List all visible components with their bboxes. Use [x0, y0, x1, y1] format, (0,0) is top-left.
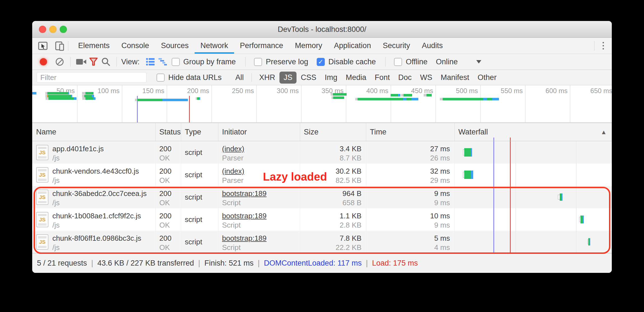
initiator-link[interactable]: bootstrap:189	[222, 189, 267, 198]
overview-tick-label: 650 ms	[570, 87, 612, 95]
initiator-link[interactable]: (index)	[222, 167, 244, 176]
throttling-select[interactable]: Online	[436, 58, 481, 66]
tab-console[interactable]: Console	[116, 38, 155, 54]
request-path: /js	[52, 198, 60, 207]
tab-audits[interactable]: Audits	[416, 38, 449, 54]
tab-elements[interactable]: Elements	[72, 38, 116, 54]
request-type-css[interactable]: CSS	[297, 72, 321, 84]
request-path: /js	[52, 221, 60, 230]
close-window-button[interactable]	[39, 26, 46, 33]
initiator-link[interactable]: bootstrap:189	[222, 234, 267, 243]
zoom-window-button[interactable]	[60, 26, 67, 33]
request-type-ws[interactable]: WS	[416, 72, 437, 84]
column-divider[interactable]	[366, 123, 366, 141]
overview-tick-label: 500 ms	[436, 87, 478, 95]
screenshot-camera-icon[interactable]	[75, 56, 87, 68]
search-icon[interactable]	[100, 56, 112, 68]
filter-funnel-icon[interactable]	[87, 56, 100, 68]
request-path: /js	[52, 154, 60, 162]
toggle-disable-cache[interactable]: ✓Disable cache	[317, 58, 376, 66]
overview-request-bar	[199, 97, 200, 100]
request-row-chunk-8f06ff1e.0986bc3c.js[interactable]: JSchunk-8f06ff1e.0986bc3c.js/js200OKscri…	[32, 231, 612, 253]
request-type-img[interactable]: Img	[321, 72, 342, 84]
status-text: OK	[159, 198, 170, 207]
list-view-icon[interactable]	[144, 56, 157, 68]
column-header-waterfall[interactable]: Waterfall	[454, 123, 488, 141]
status-text: OK	[159, 221, 170, 230]
column-header-time[interactable]: Time	[366, 123, 386, 141]
toggle-offline[interactable]: Offline	[394, 58, 428, 66]
request-row-chunk-vendors.4e43ccf0.js[interactable]: JSchunk-vendors.4e43ccf0.js/js200OKscrip…	[32, 164, 612, 186]
request-type-manifest[interactable]: Manifest	[437, 72, 473, 84]
checkbox[interactable]	[394, 58, 402, 66]
minimize-window-button[interactable]	[49, 26, 57, 33]
request-type-filters: AllXHRJSCSSImgMediaFontDocWSManifestOthe…	[231, 72, 501, 84]
checkbox[interactable]	[172, 58, 180, 66]
column-header-initiator[interactable]: Initiator	[218, 123, 247, 141]
request-type-js[interactable]: JS	[279, 72, 297, 84]
checkbox[interactable]	[254, 58, 262, 66]
devtools-tab-bar: ElementsConsoleSourcesNetworkPerformance…	[32, 38, 612, 54]
waterfall-view-icon[interactable]	[157, 56, 169, 68]
column-divider[interactable]	[300, 123, 300, 141]
request-row-app.d401fe1c.js[interactable]: JSapp.d401fe1c.js/js200OKscript(index)Pa…	[32, 141, 612, 164]
inspect-element-icon[interactable]	[37, 40, 49, 52]
initiator-type: Script	[222, 198, 241, 207]
throttling-value: Online	[436, 58, 458, 66]
status-code: 200	[159, 189, 171, 198]
overview-request-bar	[440, 98, 443, 100]
initiator-link[interactable]: bootstrap:189	[222, 212, 267, 220]
hide-data-urls-checkbox[interactable]	[157, 74, 165, 82]
tab-security[interactable]: Security	[377, 38, 416, 54]
device-toolbar-icon[interactable]	[53, 40, 66, 52]
request-type-media[interactable]: Media	[342, 72, 371, 84]
request-type-all[interactable]: All	[231, 72, 248, 84]
kebab-menu-icon[interactable]	[598, 41, 608, 51]
toggle-group-by-frame[interactable]: Group by frame	[172, 58, 236, 66]
summary-item: 5 / 21 requests	[37, 259, 87, 268]
column-divider[interactable]	[218, 123, 218, 141]
request-type-doc[interactable]: Doc	[394, 72, 416, 84]
request-path: /js	[52, 243, 60, 252]
record-icon[interactable]	[37, 56, 50, 68]
waterfall-bar-blue	[589, 238, 590, 245]
column-header-status[interactable]: Status	[155, 123, 181, 141]
initiator-link[interactable]: (index)	[222, 145, 244, 153]
tab-memory[interactable]: Memory	[289, 38, 328, 54]
network-toolbar: View: Group by framePreserve log✓Disable…	[32, 54, 612, 70]
column-divider[interactable]	[181, 123, 181, 141]
request-type-xhr[interactable]: XHR	[255, 72, 279, 84]
filter-input[interactable]	[37, 72, 146, 83]
request-type: script	[185, 186, 202, 208]
overview-request-bar	[403, 98, 406, 100]
network-overview-timeline[interactable]: 50 ms100 ms150 ms200 ms250 ms300 ms350 m…	[32, 85, 612, 123]
column-divider[interactable]	[454, 123, 455, 141]
overview-tick-label: 200 ms	[167, 87, 209, 95]
toggle-preserve-log[interactable]: Preserve log	[254, 58, 308, 66]
divider	[68, 41, 68, 51]
column-header-type[interactable]: Type	[181, 123, 201, 141]
tab-sources[interactable]: Sources	[155, 38, 195, 54]
overview-request-bar	[82, 97, 86, 100]
column-divider[interactable]	[155, 123, 156, 141]
request-row-chunk-36abedc2.0cc7ceea.js[interactable]: JSchunk-36abedc2.0cc7ceea.js/js200OKscri…	[32, 186, 612, 208]
request-type-other[interactable]: Other	[473, 72, 501, 84]
checkbox[interactable]: ✓	[317, 58, 325, 66]
tab-performance[interactable]: Performance	[234, 38, 289, 54]
clear-icon[interactable]	[53, 56, 66, 68]
sort-arrow-icon[interactable]: ▲	[601, 123, 607, 141]
checkbox-label: Disable cache	[328, 58, 376, 66]
tab-application[interactable]: Application	[328, 38, 377, 54]
size-full-value: 2.8 KB	[300, 221, 361, 230]
size-value: 1.1 KB	[300, 212, 361, 220]
time-value: 5 ms	[366, 234, 450, 243]
tab-network[interactable]: Network	[195, 38, 234, 54]
column-header-name[interactable]: Name	[32, 123, 56, 141]
request-type: script	[185, 164, 202, 186]
overview-request-bar	[403, 94, 412, 96]
initiator-type: Parser	[222, 176, 244, 185]
column-header-size[interactable]: Size	[300, 123, 319, 141]
request-row-chunk-1b008ae1.cfcf9f2c.js[interactable]: JSchunk-1b008ae1.cfcf9f2c.js/js200OKscri…	[32, 208, 612, 231]
initiator-type: Script	[222, 243, 241, 252]
request-type-font[interactable]: Font	[370, 72, 394, 84]
